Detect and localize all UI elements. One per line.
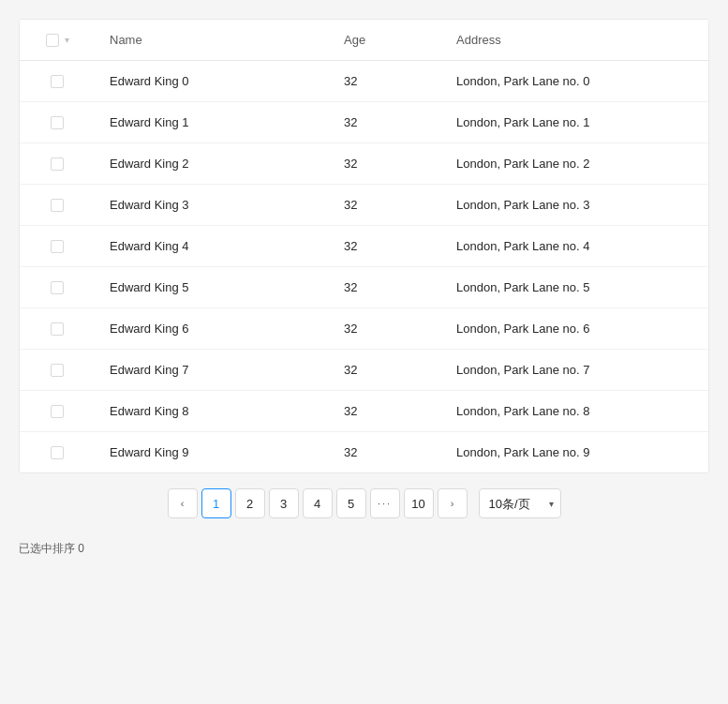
row-age-8: 32 [329,391,441,431]
page-4-button[interactable]: 4 [303,488,333,518]
checkbox-dropdown-arrow[interactable]: ▾ [65,35,69,45]
row-checkbox-cell-0[interactable] [20,61,95,101]
row-address-3: London, Park Lane no. 3 [441,185,708,225]
table-row: Edward King 8 32 London, Park Lane no. 8 [20,391,708,432]
row-age-5: 32 [329,267,441,307]
row-checkbox-2[interactable] [51,157,64,171]
table-row: Edward King 2 32 London, Park Lane no. 2 [20,143,708,185]
header-address: Address [441,20,708,60]
row-name-4: Edward King 4 [95,226,329,266]
prev-page-button[interactable]: ‹ [168,488,198,518]
row-age-2: 32 [329,143,441,184]
page-size-wrapper[interactable]: 10条/页 20条/页 50条/页 100条/页 [479,488,561,518]
next-page-button[interactable]: › [438,488,468,518]
header-checkbox-cell[interactable]: ▾ [20,20,95,60]
row-address-1: London, Park Lane no. 1 [441,102,708,142]
row-address-6: London, Park Lane no. 6 [441,308,708,349]
row-age-0: 32 [329,61,441,101]
row-checkbox-5[interactable] [51,281,64,294]
header-age: Age [329,20,441,60]
page-3-button[interactable]: 3 [269,488,299,518]
page-10-button[interactable]: 10 [404,488,434,518]
row-age-3: 32 [329,185,441,225]
row-age-4: 32 [329,226,441,266]
pagination: ‹ 1 2 3 4 5 ··· 10 › 10条/页 20条/页 50条/页 1… [19,473,709,533]
row-address-4: London, Park Lane no. 4 [441,226,708,266]
row-age-6: 32 [329,308,441,349]
table-row: Edward King 0 32 London, Park Lane no. 0 [20,61,708,102]
table-row: Edward King 5 32 London, Park Lane no. 5 [20,267,708,308]
row-name-3: Edward King 3 [95,185,329,225]
row-checkbox-1[interactable] [51,116,64,129]
row-name-5: Edward King 5 [95,267,329,307]
row-checkbox-4[interactable] [51,240,64,253]
table-row: Edward King 3 32 London, Park Lane no. 3 [20,185,708,226]
row-checkbox-0[interactable] [51,75,64,88]
row-checkbox-cell-8[interactable] [20,391,95,431]
row-address-5: London, Park Lane no. 5 [441,267,708,307]
row-name-7: Edward King 7 [95,350,329,390]
row-checkbox-8[interactable] [51,405,64,418]
row-checkbox-9[interactable] [51,446,64,459]
row-checkbox-3[interactable] [51,199,64,212]
row-address-9: London, Park Lane no. 9 [441,432,708,472]
row-checkbox-6[interactable] [51,322,64,336]
row-checkbox-cell-2[interactable] [20,143,95,184]
table-header: ▾ Name Age Address [20,20,708,61]
row-name-8: Edward King 8 [95,391,329,431]
row-checkbox-cell-5[interactable] [20,267,95,307]
row-address-0: London, Park Lane no. 0 [441,61,708,101]
page-5-button[interactable]: 5 [336,488,366,518]
row-checkbox-cell-7[interactable] [20,350,95,390]
row-checkbox-cell-3[interactable] [20,185,95,225]
ellipsis-button: ··· [370,488,400,518]
footer-selected-text: 已选中排序 0 [19,533,709,557]
page-1-button[interactable]: 1 [201,488,231,518]
table-row: Edward King 1 32 London, Park Lane no. 1 [20,102,708,143]
row-age-7: 32 [329,350,441,390]
row-checkbox-7[interactable] [51,364,64,377]
row-name-1: Edward King 1 [95,102,329,142]
row-name-9: Edward King 9 [95,432,329,472]
header-name: Name [95,20,329,60]
row-address-8: London, Park Lane no. 8 [441,391,708,431]
row-name-6: Edward King 6 [95,308,329,349]
table-row: Edward King 6 32 London, Park Lane no. 6 [20,308,708,350]
header-checkbox[interactable] [46,34,59,47]
row-age-1: 32 [329,102,441,142]
table-row: Edward King 7 32 London, Park Lane no. 7 [20,350,708,391]
row-age-9: 32 [329,432,441,472]
row-address-7: London, Park Lane no. 7 [441,350,708,390]
row-checkbox-cell-4[interactable] [20,226,95,266]
table-body: Edward King 0 32 London, Park Lane no. 0… [20,61,708,472]
row-name-2: Edward King 2 [95,143,329,184]
row-address-2: London, Park Lane no. 2 [441,143,708,184]
row-checkbox-cell-9[interactable] [20,432,95,472]
data-table: ▾ Name Age Address Edward King 0 32 Lond… [19,19,709,473]
table-row: Edward King 4 32 London, Park Lane no. 4 [20,226,708,267]
row-name-0: Edward King 0 [95,61,329,101]
row-checkbox-cell-1[interactable] [20,102,95,142]
page-size-select[interactable]: 10条/页 20条/页 50条/页 100条/页 [479,488,561,518]
table-row: Edward King 9 32 London, Park Lane no. 9 [20,432,708,472]
page-2-button[interactable]: 2 [235,488,265,518]
row-checkbox-cell-6[interactable] [20,308,95,349]
